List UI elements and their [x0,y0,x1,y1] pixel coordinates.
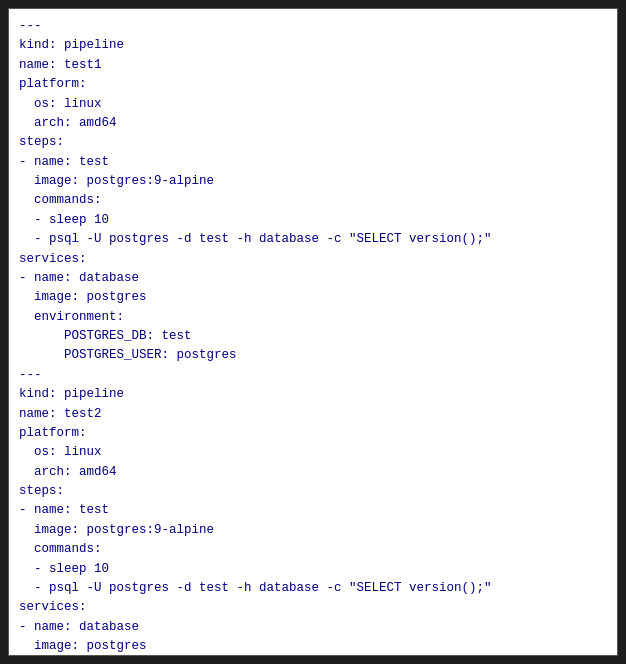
code-text: --- kind: pipeline name: test1 platform:… [19,17,607,656]
code-editor: --- kind: pipeline name: test1 platform:… [8,8,618,656]
